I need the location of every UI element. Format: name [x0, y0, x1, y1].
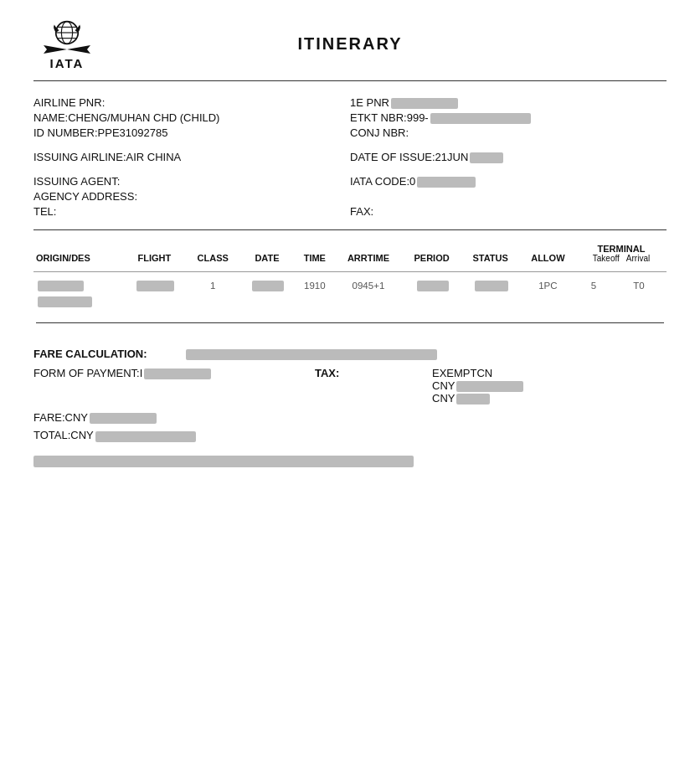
tax-line1-value: [456, 381, 523, 392]
table-row: 1 1910 0945+1 1PC 5 T0: [33, 277, 667, 293]
cell-class: 1: [187, 277, 239, 293]
tax-line2-value: [456, 394, 490, 405]
col-arrival: Arrival: [626, 254, 650, 263]
payment-value: [144, 368, 211, 379]
issuing-agent-row: ISSUING AGENT: IATA CODE:0: [33, 175, 667, 188]
info-section: AIRLINE PNR: 1E PNR NAME:CHENG/MUHAN CHD…: [33, 96, 667, 139]
date-value: [470, 152, 503, 163]
table-header-row: ORIGIN/DES FLIGHT CLASS DATE TIME ARRTIM…: [33, 240, 667, 266]
col-allow: ALLOW: [520, 240, 576, 266]
col-terminal: TERMINAL Takeoff Arrival: [576, 240, 667, 266]
agency-address: AGENCY ADDRESS:: [33, 190, 350, 203]
passenger-name: NAME:CHENG/MUHAN CHD (CHILD): [33, 111, 350, 124]
flight-table: ORIGIN/DES FLIGHT CLASS DATE TIME ARRTIM…: [33, 240, 667, 336]
table-divider-row: [33, 266, 667, 277]
col-origin-des: ORIGIN/DES: [33, 240, 122, 266]
cell-origin-des-2: [33, 294, 122, 310]
col-arrtime: ARRTIME: [334, 240, 402, 266]
agent-section: ISSUING AGENT: IATA CODE:0 AGENCY ADDRES…: [33, 175, 667, 218]
tax-line-2: CNY: [432, 392, 667, 405]
flight-value: [136, 281, 174, 291]
iata-code: IATA CODE:0: [350, 175, 667, 188]
tel: TEL:: [33, 205, 350, 218]
date-of-issue: DATE OF ISSUE:21JUN: [350, 151, 667, 163]
issuing-agent: ISSUING AGENT:: [33, 175, 350, 188]
table-bottom-divider: [36, 322, 664, 323]
fare-row: FARE:CNY: [33, 411, 667, 424]
form-of-payment: FORM OF PAYMENT:I: [33, 367, 315, 379]
fax: FAX:: [350, 205, 667, 218]
cell-arrival: T0: [611, 277, 667, 293]
issuing-airline: ISSUING AIRLINE:AIR CHINA: [33, 151, 350, 163]
origin-des-value: [38, 281, 84, 291]
date-value: [252, 281, 284, 291]
table-header-divider: [33, 271, 667, 272]
pnr-row: AIRLINE PNR: 1E PNR: [33, 96, 667, 109]
col-takeoff: Takeoff: [593, 254, 620, 263]
status-value: [475, 281, 508, 291]
cell-takeoff: 5: [576, 277, 611, 293]
page-header: IATA ITINERARY: [33, 17, 667, 81]
col-class: CLASS: [187, 240, 239, 266]
table-row-2: [33, 294, 667, 310]
one-e-pnr-value: [391, 98, 458, 109]
right-wing-icon: [67, 44, 90, 55]
etkt-nbr: ETKT NBR:999-: [350, 111, 667, 124]
section-divider-1: [33, 229, 667, 230]
col-status: STATUS: [461, 240, 520, 266]
tax-line-1: CNY: [432, 379, 667, 392]
fare-calc-label: FARE CALCULATION:: [33, 348, 184, 360]
col-date: DATE: [239, 240, 296, 266]
col-flight: FLIGHT: [122, 240, 187, 266]
cell-flight: [122, 277, 187, 293]
cell-arrtime: 0945+1: [334, 277, 402, 293]
left-wing-icon: [44, 44, 67, 55]
fare-label: FARE:CNY: [33, 411, 157, 424]
col-period: PERIOD: [403, 240, 461, 266]
fare-calc-blurred: [186, 349, 437, 360]
id-number: ID NUMBER:PPE31092785: [33, 126, 350, 139]
tax-label: TAX:: [315, 367, 432, 379]
agency-address-row: AGENCY ADDRESS:: [33, 190, 667, 203]
fare-calc-row: FARE CALCULATION:: [33, 348, 667, 360]
total-value: [95, 431, 196, 442]
airline-pnr: AIRLINE PNR:: [33, 96, 350, 109]
etkt-value: [430, 113, 531, 124]
fare-calc-value: [184, 348, 437, 360]
period-value: [417, 281, 449, 291]
cell-allow: 1PC: [520, 277, 576, 293]
issuing-section: ISSUING AIRLINE:AIR CHINA DATE OF ISSUE:…: [33, 151, 667, 163]
cell-status: [461, 277, 520, 293]
cell-time: 1910: [295, 277, 334, 293]
tax-block: EXEMPTCN CNY CNY: [432, 367, 667, 405]
footer-blurred: [33, 456, 414, 467]
total-row: TOTAL:CNY: [33, 429, 667, 441]
total-label: TOTAL:CNY: [33, 429, 196, 441]
fare-section: FARE CALCULATION: FORM OF PAYMENT:I TAX:…: [33, 348, 667, 466]
iata-label: IATA: [50, 56, 85, 70]
tel-fax-row: TEL: FAX:: [33, 205, 667, 218]
origin-des-2-value: [38, 296, 92, 307]
cell-date: [239, 277, 296, 293]
payment-tax-row: FORM OF PAYMENT:I TAX: EXEMPTCN CNY CNY: [33, 367, 667, 405]
cell-period: [403, 277, 461, 293]
page-title: ITINERARY: [100, 34, 667, 54]
table-bottom-divider-row: [33, 310, 667, 336]
iata-code-value: [417, 177, 476, 188]
one-e-pnr: 1E PNR: [350, 96, 667, 109]
iata-logo: IATA: [33, 17, 100, 70]
name-row: NAME:CHENG/MUHAN CHD (CHILD) ETKT NBR:99…: [33, 111, 667, 124]
conj-nbr: CONJ NBR:: [350, 126, 667, 139]
exemptcn: EXEMPTCN: [432, 367, 667, 379]
id-row: ID NUMBER:PPE31092785 CONJ NBR:: [33, 126, 667, 139]
fare-value: [90, 413, 157, 424]
issuing-airline-row: ISSUING AIRLINE:AIR CHINA DATE OF ISSUE:…: [33, 151, 667, 163]
col-time: TIME: [295, 240, 334, 266]
cell-origin-des: [33, 277, 122, 293]
